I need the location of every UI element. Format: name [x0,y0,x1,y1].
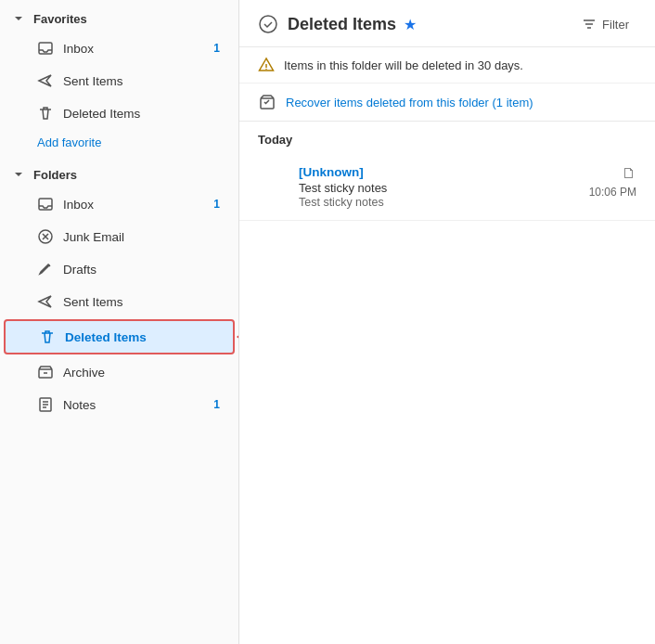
sidebar-item-sent-fav[interactable]: Sent Items [4,65,235,97]
recover-banner: Recover items deleted from this folder (… [239,84,655,122]
sidebar-item-deleted-folder[interactable]: Deleted Items [4,319,235,354]
sidebar-item-label: Notes [63,398,96,412]
svg-point-10 [265,69,267,71]
sidebar-item-drafts-folder[interactable]: Drafts [4,253,235,285]
filter-label: Filter [602,18,629,32]
sidebar-item-sent-folder[interactable]: Sent Items [4,286,235,317]
sidebar-item-label: Drafts [63,263,96,277]
main-panel: Deleted Items ★ Filter Items in this fol… [239,0,655,644]
arrow-indicator [237,330,238,343]
sidebar-scroll: Favorites Inbox 1 Sent Items Deleted Ite… [0,0,238,644]
circle-check-icon [258,14,278,34]
folders-label: Folders [33,168,77,182]
sidebar-item-junk-folder[interactable]: Junk Email [4,221,235,252]
sidebar-item-label: Archive [63,366,105,380]
sidebar: Favorites Inbox 1 Sent Items Deleted Ite… [0,0,239,644]
favorites-section-header[interactable]: Favorites [0,0,238,32]
add-favorite-link[interactable]: Add favorite [4,130,235,155]
recover-icon [258,93,276,111]
sidebar-item-label: Deleted Items [63,107,140,121]
sidebar-item-inbox-fav[interactable]: Inbox 1 [4,32,235,64]
page-title: Deleted Items [288,15,396,34]
favorites-label: Favorites [33,12,87,26]
sidebar-item-notes-folder[interactable]: Notes 1 [4,389,235,420]
folders-section-header[interactable]: Folders [0,156,238,187]
main-header: Deleted Items ★ Filter [239,0,655,47]
warning-text: Items in this folder will be deleted in … [284,58,523,72]
trash-icon [39,328,56,345]
trash-icon [37,105,54,122]
chevron-down-icon [11,167,26,182]
sidebar-item-label: Deleted Items [65,330,147,344]
avatar [258,167,288,197]
today-label: Today [239,122,655,154]
arrow-head [237,330,238,343]
svg-rect-11 [261,98,274,109]
star-icon[interactable]: ★ [404,16,417,33]
drafts-icon [37,261,54,277]
sent-icon [37,293,54,310]
email-meta: 🗋 10:06 PM [589,165,636,199]
notes-icon [37,396,54,413]
email-body: [Unknown] Test sticky notes Test sticky … [299,165,582,209]
deleted-items-row: Deleted Items [0,318,238,355]
sidebar-item-label: Inbox [63,42,94,56]
recover-link[interactable]: Recover items deleted from this folder (… [286,96,533,109]
sent-icon [37,72,54,89]
email-from: [Unknown] [299,165,582,179]
chevron-down-icon [11,11,26,26]
email-subject: Test sticky notes [299,181,582,195]
email-time: 10:06 PM [589,186,636,199]
inbox-icon [37,196,54,213]
sidebar-item-archive-folder[interactable]: Archive [4,356,235,388]
sidebar-item-label: Inbox [63,198,94,212]
inbox-icon [37,40,54,57]
svg-point-5 [260,16,276,32]
sticky-note-icon: 🗋 [622,165,636,182]
filter-button[interactable]: Filter [574,13,636,35]
sidebar-item-label: Sent Items [63,74,123,88]
sidebar-item-label: Junk Email [63,230,124,244]
inbox-folder-badge: 1 [203,198,220,211]
table-row[interactable]: [Unknown] Test sticky notes Test sticky … [239,154,655,221]
warning-banner: Items in this folder will be deleted in … [239,47,655,84]
notes-folder-badge: 1 [203,398,220,411]
junk-icon [37,228,54,245]
email-preview: Test sticky notes [299,196,582,209]
sidebar-item-deleted-fav[interactable]: Deleted Items [4,97,235,129]
warning-icon [258,57,275,73]
inbox-fav-badge: 1 [203,42,220,55]
archive-icon [37,364,54,380]
filter-icon [582,17,597,32]
sidebar-item-label: Sent Items [63,295,123,309]
sidebar-item-inbox-folder[interactable]: Inbox 1 [4,188,235,220]
